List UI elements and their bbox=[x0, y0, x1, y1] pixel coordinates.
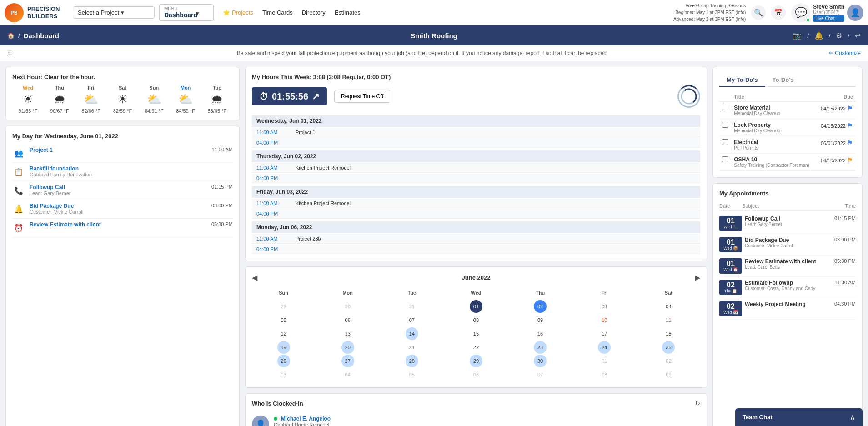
todo-name[interactable]: Electrical bbox=[734, 139, 813, 145]
appt-subject[interactable]: Bid Package Due bbox=[745, 237, 817, 243]
home-icon[interactable]: 🏠 bbox=[7, 32, 15, 39]
my-day-widget: My Day for Wednesday, June 01, 2022 👥 Pr… bbox=[5, 126, 240, 426]
cal-day[interactable]: 29 bbox=[277, 300, 290, 313]
cal-day[interactable]: 05 bbox=[277, 314, 290, 326]
cal-day[interactable]: 02 bbox=[662, 355, 675, 367]
settings-icon[interactable]: ⚙ bbox=[836, 31, 842, 40]
cal-day[interactable]: 09 bbox=[662, 368, 675, 381]
cal-day[interactable]: 06 bbox=[341, 314, 354, 326]
team-chat[interactable]: Team Chat ∧ bbox=[735, 408, 863, 426]
cal-day[interactable]: 22 bbox=[470, 341, 482, 354]
cal-day[interactable]: 07 bbox=[406, 314, 418, 326]
cal-day[interactable]: 01 bbox=[598, 355, 611, 367]
cal-day[interactable]: 12 bbox=[277, 327, 290, 340]
schedule-time: 11:00 AM bbox=[256, 130, 288, 135]
todo-checkbox[interactable] bbox=[722, 156, 728, 162]
request-time-off-button[interactable]: Request Time Off bbox=[334, 90, 390, 103]
nav-projects[interactable]: ⭐ Projects bbox=[223, 9, 253, 16]
cal-day[interactable]: 03 bbox=[277, 368, 290, 381]
cal-day[interactable]: 08 bbox=[598, 368, 611, 381]
todo-checkbox[interactable] bbox=[722, 122, 728, 128]
calendar-header: ◀ June 2022 ▶ bbox=[252, 273, 700, 282]
todo-date: 06/01/2022 ⚑ bbox=[816, 136, 856, 154]
cal-day[interactable]: 11 bbox=[662, 314, 675, 326]
item-name[interactable]: Bid Package Due bbox=[30, 203, 207, 209]
cal-day[interactable]: 08 bbox=[470, 314, 482, 326]
star-icon: ⭐ bbox=[223, 9, 230, 16]
cal-day[interactable]: 14 bbox=[406, 327, 418, 340]
flag-icon: ⚑ bbox=[847, 156, 853, 164]
undo-icon[interactable]: ↩ bbox=[855, 31, 861, 40]
cal-day[interactable]: 04 bbox=[341, 368, 354, 381]
cal-day[interactable]: 31 bbox=[406, 300, 418, 313]
cal-day[interactable]: 03 bbox=[598, 300, 611, 313]
todo-name[interactable]: Store Material bbox=[734, 105, 813, 111]
clocked-in-widget: Who Is Clocked-In ↻ 👤 Michael E. Angeloo… bbox=[245, 393, 707, 426]
cal-prev-button[interactable]: ◀ bbox=[252, 273, 257, 282]
person-name[interactable]: Michael E. Angeloo bbox=[281, 416, 331, 422]
cal-day[interactable]: 06 bbox=[470, 368, 482, 381]
item-sub: Gabbard Family Renovation bbox=[30, 172, 228, 177]
appt-subject[interactable]: Weekly Project Meeting bbox=[745, 301, 817, 307]
cal-day[interactable]: 16 bbox=[534, 327, 547, 340]
todo-checkbox[interactable] bbox=[722, 139, 728, 145]
nav-estimates[interactable]: Estimates bbox=[335, 9, 361, 16]
item-name[interactable]: Review Estimate with client bbox=[30, 221, 207, 228]
cal-day[interactable]: 23 bbox=[534, 341, 547, 354]
nav-directory[interactable]: Directory bbox=[302, 9, 326, 16]
cal-day[interactable]: 28 bbox=[406, 355, 418, 367]
cal-day[interactable]: 18 bbox=[662, 327, 675, 340]
item-name[interactable]: Followup Call bbox=[30, 184, 207, 190]
cal-day-today[interactable]: 01 bbox=[470, 300, 482, 313]
cal-day[interactable]: 21 bbox=[406, 341, 418, 354]
cal-day[interactable]: 15 bbox=[470, 327, 482, 340]
cal-day[interactable]: 25 bbox=[662, 341, 675, 354]
cal-next-button[interactable]: ▶ bbox=[695, 273, 700, 282]
menu-button[interactable]: MENU Dashboard ▾ bbox=[159, 4, 214, 21]
nav-timecards[interactable]: Time Cards bbox=[262, 9, 293, 16]
tab-all-todos[interactable]: To-Do's bbox=[765, 74, 801, 86]
timer-display: ⏱ 01:55:56 ↗ bbox=[252, 87, 327, 105]
appt-time: 05:30 PM bbox=[819, 258, 856, 264]
cal-day[interactable]: 07 bbox=[534, 368, 547, 381]
appt-subject[interactable]: Estimate Followup bbox=[745, 280, 817, 286]
cal-day[interactable]: 13 bbox=[341, 327, 354, 340]
schedule-time: 04:00 PM bbox=[256, 140, 288, 145]
cal-day[interactable]: 02 bbox=[534, 300, 547, 313]
cal-day[interactable]: 24 bbox=[598, 341, 611, 354]
cal-day[interactable]: 05 bbox=[406, 368, 418, 381]
calendar-button[interactable]: 📅 bbox=[771, 5, 786, 20]
live-chat-badge[interactable]: Live Chat bbox=[813, 15, 844, 22]
appt-subject[interactable]: Review Estimate with client bbox=[745, 258, 817, 265]
cal-day[interactable]: 20 bbox=[341, 341, 354, 354]
item-name[interactable]: Project 1 bbox=[30, 147, 207, 153]
cal-day[interactable]: 29 bbox=[470, 355, 482, 367]
schedule-day: Monday, Jun 06, 2022 bbox=[252, 221, 700, 233]
nav-links: ⭐ Projects Time Cards Directory Estimate… bbox=[223, 9, 361, 16]
cal-day[interactable]: 27 bbox=[341, 355, 354, 367]
tab-my-todos[interactable]: My To-Do's bbox=[719, 74, 765, 87]
day-name: Sun bbox=[145, 85, 164, 90]
appt-subject[interactable]: Followup Call bbox=[745, 216, 817, 222]
item-name[interactable]: Backfill foundation bbox=[30, 165, 228, 172]
refresh-icon[interactable]: ↻ bbox=[695, 400, 700, 407]
cal-day[interactable]: 30 bbox=[341, 300, 354, 313]
customize-button[interactable]: ✏ Customize bbox=[829, 50, 861, 56]
appt-date-num: 01 bbox=[721, 239, 740, 246]
todo-sub: Memorial Day Cleanup bbox=[734, 128, 813, 133]
cal-day[interactable]: 09 bbox=[534, 314, 547, 326]
cal-day[interactable]: 10 bbox=[598, 314, 611, 326]
cal-day[interactable]: 04 bbox=[662, 300, 675, 313]
todo-sub: Safety Training (Contractor Foreman) bbox=[734, 163, 813, 168]
todo-name[interactable]: Lock Property bbox=[734, 122, 813, 128]
cal-day[interactable]: 30 bbox=[534, 355, 547, 367]
cal-day[interactable]: 26 bbox=[277, 355, 290, 367]
bell-icon[interactable]: 🔔 bbox=[814, 31, 823, 40]
project-select[interactable]: Select a Project ▾ bbox=[73, 6, 155, 19]
todo-checkbox[interactable] bbox=[722, 105, 728, 110]
search-button[interactable]: 🔍 bbox=[751, 5, 766, 20]
cal-day[interactable]: 17 bbox=[598, 327, 611, 340]
cal-day[interactable]: 19 bbox=[277, 341, 290, 354]
video-icon[interactable]: 📷 bbox=[793, 31, 802, 40]
todo-name[interactable]: OSHA 10 bbox=[734, 156, 813, 163]
